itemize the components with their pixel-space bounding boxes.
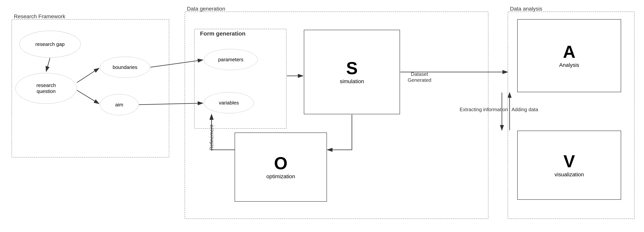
optimization-letter: O bbox=[274, 155, 288, 172]
form-generation-section bbox=[194, 29, 286, 129]
extracting-label-corrected: Extracting information bbox=[460, 107, 508, 113]
box-analysis: A Analysis bbox=[517, 19, 621, 92]
oval-aim: aim bbox=[100, 94, 138, 115]
section-label-research-framework: Research Framework bbox=[14, 13, 66, 19]
box-simulation: S simulation bbox=[304, 30, 400, 114]
diagram-container: Research Framework Data generation Data … bbox=[0, 0, 644, 232]
analysis-letter: A bbox=[563, 43, 576, 60]
refinement-label: Refinement bbox=[209, 122, 214, 153]
oval-boundaries: boundaries bbox=[100, 57, 150, 78]
analysis-label: Analysis bbox=[559, 62, 579, 68]
box-visualization: V visualization bbox=[517, 131, 621, 200]
oval-variables: variables bbox=[204, 92, 254, 113]
optimization-label: optimization bbox=[266, 173, 295, 180]
form-generation-label: Form generation bbox=[200, 30, 246, 37]
oval-research-question: research question bbox=[16, 73, 77, 104]
box-optimization: O optimization bbox=[234, 133, 327, 202]
dataset-generated-label: Dataset Generated bbox=[408, 65, 431, 83]
simulation-label: simulation bbox=[340, 78, 364, 84]
oval-research-gap: research gap bbox=[19, 31, 81, 58]
simulation-letter: S bbox=[346, 59, 358, 77]
section-label-data-generation: Data generation bbox=[187, 6, 225, 12]
adding-data-label-corrected: Adding data bbox=[512, 107, 538, 113]
section-label-data-analysis: Data analysis bbox=[510, 6, 542, 12]
visualization-letter: V bbox=[564, 153, 575, 170]
oval-parameters: parameters bbox=[204, 49, 258, 70]
visualization-label: visualization bbox=[554, 172, 584, 178]
